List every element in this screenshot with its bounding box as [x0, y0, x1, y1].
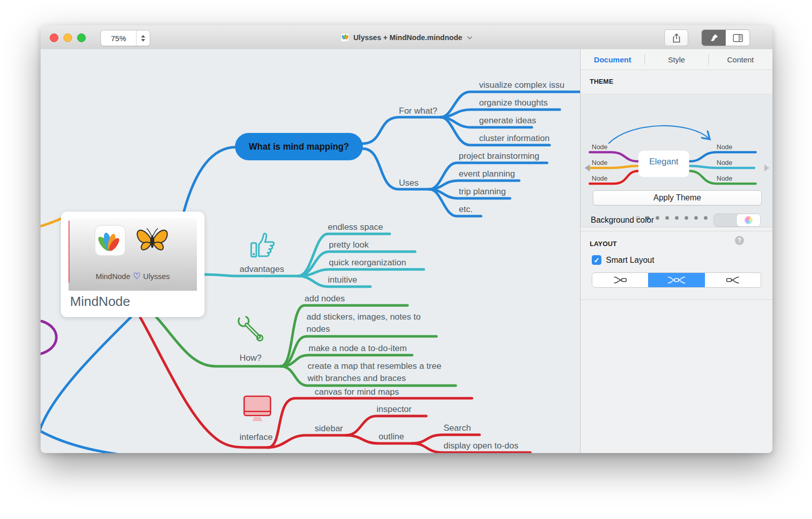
tab-content[interactable]: Content [708, 49, 772, 70]
node-todo-item[interactable]: make a node a to-do-item [309, 343, 407, 353]
mindnode-window: 75% Ulysses + MindNode.mindnode [41, 25, 772, 453]
node-event[interactable]: event planning [459, 169, 515, 179]
node-visualize[interactable]: visualize complex issu [479, 80, 564, 90]
apply-theme-button[interactable]: Apply Theme [593, 190, 762, 205]
next-theme-icon[interactable] [764, 164, 769, 171]
node-outline[interactable]: outline [379, 432, 404, 441]
preview-node-label: Node [592, 143, 607, 151]
background-color-control[interactable] [714, 214, 761, 227]
mindmap-canvas[interactable]: What is mind mapping? For what? visualiz… [41, 49, 580, 453]
minimize-window-button[interactable] [63, 33, 72, 42]
page-dot[interactable] [665, 216, 669, 220]
titlebar: 75% Ulysses + MindNode.mindnode [41, 25, 772, 50]
background-color-label: Background color [591, 216, 654, 225]
caption-ulysses: Ulysses [143, 272, 170, 281]
toggle-inspector-button[interactable] [726, 30, 750, 46]
node-generate[interactable]: generate ideas [479, 116, 536, 125]
node-interface[interactable]: interface [240, 432, 273, 442]
section-divider [581, 299, 772, 300]
node-for-what[interactable]: For what? [399, 106, 437, 116]
node-uses[interactable]: Uses [399, 178, 419, 188]
node-tree-line1[interactable]: create a map that resembles a tree [308, 361, 442, 371]
preview-node-label: Node [592, 175, 607, 182]
node-organize[interactable]: organize thoughts [479, 98, 548, 108]
layout-left-button[interactable] [592, 273, 648, 287]
node-tree-line2[interactable]: with branches and braces [307, 373, 406, 383]
node-display-todos[interactable]: display open to-dos [444, 441, 518, 451]
document-proxy-icon [341, 33, 350, 42]
heart-icon: ♡ [133, 271, 141, 282]
inspector-panel: Document Style Content THEME [580, 49, 772, 453]
page-dot[interactable] [675, 216, 679, 220]
inspector-tabs: Document Style Content [581, 49, 772, 70]
node-inspector[interactable]: inspector [377, 404, 412, 414]
close-window-button[interactable] [50, 33, 58, 42]
smart-layout-checkbox[interactable]: ✓ [592, 255, 601, 265]
brush-icon [709, 33, 719, 43]
share-button[interactable] [664, 29, 688, 46]
root-node-caption: MindNode ♡ Ulysses [69, 271, 197, 282]
theme-section-header: THEME [590, 78, 614, 85]
zoom-decrease-icon[interactable] [141, 39, 145, 42]
layout-both-button[interactable] [648, 273, 705, 287]
tab-style[interactable]: Style [645, 49, 708, 70]
root-node-card[interactable]: MindNode ♡ Ulysses MindNode [61, 212, 205, 317]
node-intuitive[interactable]: intuitive [328, 275, 357, 285]
zoom-increase-icon[interactable] [141, 35, 145, 38]
page-dot[interactable] [685, 216, 688, 220]
caption-mindnode: MindNode [95, 272, 130, 281]
tab-document[interactable]: Document [581, 49, 645, 70]
section-divider [581, 231, 772, 231]
format-brush-button[interactable] [702, 30, 726, 46]
root-node-image: MindNode ♡ Ulysses [69, 218, 197, 291]
node-advantages[interactable]: advantages [240, 264, 284, 274]
layout-section-header: LAYOUT [590, 240, 617, 248]
node-project[interactable]: project brainstorming [459, 151, 539, 161]
sidebar-panel-icon [733, 34, 743, 42]
node-how[interactable]: How? [240, 353, 261, 363]
zoom-window-button[interactable] [77, 33, 86, 42]
root-node-title[interactable]: MindNode [70, 294, 130, 309]
node-stickers-line1[interactable]: add stickers, images, notes to [307, 312, 421, 322]
central-node[interactable]: What is mind mapping? [235, 133, 363, 160]
preview-theme-name: Elegant [649, 157, 679, 166]
preview-arrow [608, 126, 709, 144]
theme-preview[interactable]: Elegant Node Node Node Node Node Node [581, 94, 772, 227]
node-endless[interactable]: endless space [328, 222, 383, 232]
help-icon[interactable]: ? [735, 236, 744, 245]
layout-right-button[interactable] [705, 273, 761, 287]
preview-node-label: Node [717, 159, 732, 166]
wrench-icon [238, 312, 262, 341]
document-title: Ulysses + MindNode.mindnode [353, 33, 462, 42]
node-trip[interactable]: trip planning [459, 187, 506, 196]
layout-right-icon [724, 276, 742, 284]
layout-both-icon [666, 276, 687, 284]
node-stickers-line2[interactable]: nodes [307, 324, 330, 334]
title-chevron-icon[interactable] [467, 36, 472, 40]
color-well[interactable] [737, 214, 760, 226]
ulysses-butterfly-logo [134, 223, 170, 257]
window-title: Ulysses + MindNode.mindnode [41, 25, 772, 49]
share-icon [672, 33, 681, 43]
node-pretty[interactable]: pretty look [329, 240, 369, 250]
zoom-level-value: 75% [101, 34, 136, 43]
node-search[interactable]: Search [444, 423, 471, 433]
node-sidebar[interactable]: sidebar [315, 424, 343, 433]
thumbs-up-icon [251, 233, 274, 257]
central-node-label[interactable]: What is mind mapping? [249, 142, 349, 152]
layout-direction-segmented-control [592, 272, 761, 288]
page-dot[interactable] [704, 216, 707, 220]
node-add-nodes[interactable]: add nodes [304, 294, 345, 303]
node-cluster[interactable]: cluster information [479, 133, 550, 143]
zoom-stepper-arrows[interactable] [136, 30, 150, 46]
toolbar-view-segmented-control [701, 29, 750, 46]
zoom-stepper[interactable]: 75% [100, 30, 150, 46]
desktop: 75% Ulysses + MindNode.mindnode [0, 0, 812, 519]
node-quick[interactable]: quick reorganization [329, 258, 406, 267]
color-wheel-icon [745, 216, 753, 224]
page-dot[interactable] [656, 216, 659, 220]
node-canvas-maps[interactable]: canvas for mind maps [315, 387, 399, 397]
node-etc[interactable]: etc. [459, 204, 472, 214]
page-dot[interactable] [694, 216, 698, 220]
previous-theme-icon[interactable] [585, 164, 590, 171]
